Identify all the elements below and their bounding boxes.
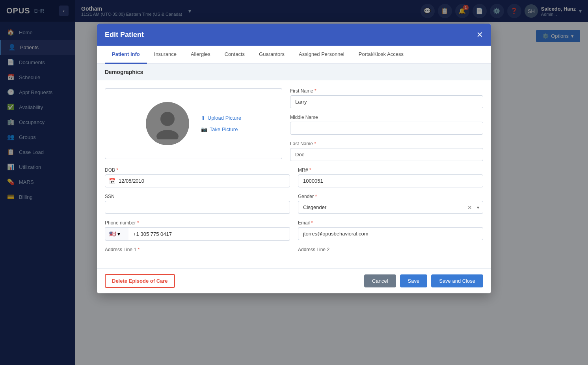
tab-insurance[interactable]: Insurance bbox=[147, 46, 184, 64]
upload-picture-button[interactable]: ⬆ Upload Picture bbox=[201, 115, 241, 121]
middle-name-label: Middle Name bbox=[290, 115, 483, 120]
dob-input-wrapper: 📅 bbox=[105, 174, 290, 187]
ssn-label: SSN bbox=[105, 194, 290, 199]
phone-flag: 🇺🇸 bbox=[109, 231, 116, 237]
last-name-input[interactable] bbox=[290, 148, 483, 161]
address-row: Address Line 1 * Address Line 2 bbox=[105, 247, 483, 254]
phone-input-wrapper: 🇺🇸 ▾ bbox=[105, 227, 290, 241]
modal-footer: Delete Episode of Care Cancel Save Save … bbox=[97, 268, 491, 293]
take-picture-button[interactable]: 📷 Take Picture bbox=[201, 126, 241, 132]
gender-field: Gender * Cisgender Male Female Non-binar… bbox=[298, 194, 483, 214]
email-label: Email * bbox=[298, 220, 483, 226]
name-fields: First Name * Middle Name Last Name * bbox=[290, 88, 483, 161]
ssn-input[interactable] bbox=[105, 201, 290, 214]
ssn-field: SSN bbox=[105, 194, 290, 214]
address2-field: Address Line 2 bbox=[298, 247, 483, 254]
last-name-required: * bbox=[314, 141, 316, 146]
address1-label: Address Line 1 * bbox=[105, 247, 290, 252]
patient-form: ⬆ Upload Picture 📷 Take Picture bbox=[97, 80, 491, 268]
photo-upload-area: ⬆ Upload Picture 📷 Take Picture bbox=[105, 88, 282, 159]
dob-mr-row: DOB * 📅 MR# * bbox=[105, 167, 483, 187]
tab-allergies[interactable]: Allergies bbox=[184, 46, 218, 64]
phone-email-row: Phone number * 🇺🇸 ▾ Email * bbox=[105, 220, 483, 241]
phone-label: Phone number * bbox=[105, 220, 290, 226]
modal-title: Edit Patient bbox=[105, 31, 144, 39]
upload-icon: ⬆ bbox=[201, 115, 205, 121]
gender-required: * bbox=[315, 194, 317, 199]
demographics-section-header: Demographics bbox=[97, 64, 491, 80]
tab-portal-kiosk[interactable]: Portal/Kiosk Access bbox=[352, 46, 411, 64]
email-field: Email * bbox=[298, 220, 483, 241]
middle-name-input[interactable] bbox=[290, 122, 483, 135]
modal-body: Demographics bbox=[97, 64, 491, 268]
gender-select-wrapper: Cisgender Male Female Non-binary ✕ ▾ bbox=[298, 201, 483, 214]
gender-clear-button[interactable]: ✕ bbox=[467, 204, 472, 211]
dob-label: DOB * bbox=[105, 167, 290, 173]
svg-point-0 bbox=[160, 112, 175, 126]
email-required: * bbox=[311, 220, 313, 226]
take-picture-label: Take Picture bbox=[210, 126, 238, 132]
tab-guarantors[interactable]: Guarantors bbox=[252, 46, 292, 64]
address2-label: Address Line 2 bbox=[298, 247, 483, 252]
photo-name-row: ⬆ Upload Picture 📷 Take Picture bbox=[105, 88, 483, 161]
tab-assigned-personnel[interactable]: Assigned Personnel bbox=[292, 46, 352, 64]
gender-label: Gender * bbox=[298, 194, 483, 199]
phone-number-input[interactable] bbox=[128, 227, 290, 241]
cancel-button[interactable]: Cancel bbox=[364, 274, 396, 287]
email-input[interactable] bbox=[298, 227, 483, 240]
address1-required: * bbox=[138, 247, 140, 252]
last-name-label: Last Name * bbox=[290, 141, 483, 146]
address1-field: Address Line 1 * bbox=[105, 247, 290, 254]
calendar-icon: 📅 bbox=[109, 178, 115, 184]
delete-episode-button[interactable]: Delete Episode of Care bbox=[105, 274, 175, 288]
photo-section: ⬆ Upload Picture 📷 Take Picture bbox=[105, 88, 282, 161]
photo-actions: ⬆ Upload Picture 📷 Take Picture bbox=[201, 115, 241, 132]
modal-close-button[interactable]: ✕ bbox=[476, 30, 483, 39]
tab-contacts[interactable]: Contacts bbox=[218, 46, 252, 64]
phone-flag-select[interactable]: 🇺🇸 ▾ bbox=[105, 227, 128, 241]
mr-required: * bbox=[309, 167, 311, 173]
svg-point-1 bbox=[156, 130, 179, 139]
first-name-field: First Name * bbox=[290, 88, 483, 108]
last-name-field: Last Name * bbox=[290, 141, 483, 161]
mr-field: MR# * bbox=[298, 167, 483, 187]
first-name-input[interactable] bbox=[290, 95, 483, 108]
mr-input[interactable] bbox=[298, 174, 483, 187]
dob-required: * bbox=[116, 167, 118, 173]
first-name-label: First Name * bbox=[290, 88, 483, 94]
mr-label: MR# * bbox=[298, 167, 483, 173]
save-button[interactable]: Save bbox=[400, 274, 428, 287]
ssn-gender-row: SSN Gender * Cisgender Male Female Non-b… bbox=[105, 194, 483, 214]
save-and-close-button[interactable]: Save and Close bbox=[431, 274, 483, 287]
middle-name-field: Middle Name bbox=[290, 115, 483, 135]
modal-header: Edit Patient ✕ bbox=[97, 24, 491, 46]
flag-chevron-icon: ▾ bbox=[117, 231, 120, 237]
first-name-required: * bbox=[314, 88, 316, 94]
phone-required: * bbox=[137, 220, 139, 226]
upload-picture-label: Upload Picture bbox=[208, 115, 241, 121]
footer-right-buttons: Cancel Save Save and Close bbox=[364, 274, 483, 287]
dob-input[interactable] bbox=[105, 174, 290, 187]
dob-field: DOB * 📅 bbox=[105, 167, 290, 187]
phone-field: Phone number * 🇺🇸 ▾ bbox=[105, 220, 290, 241]
gender-select[interactable]: Cisgender Male Female Non-binary bbox=[298, 201, 483, 214]
camera-icon: 📷 bbox=[201, 126, 207, 132]
patient-avatar-placeholder bbox=[146, 102, 189, 145]
demographics-label: Demographics bbox=[105, 69, 143, 75]
edit-patient-modal: Edit Patient ✕ Patient Info Insurance Al… bbox=[97, 24, 491, 293]
modal-tabs: Patient Info Insurance Allergies Contact… bbox=[97, 46, 491, 64]
tab-patient-info[interactable]: Patient Info bbox=[105, 46, 147, 64]
